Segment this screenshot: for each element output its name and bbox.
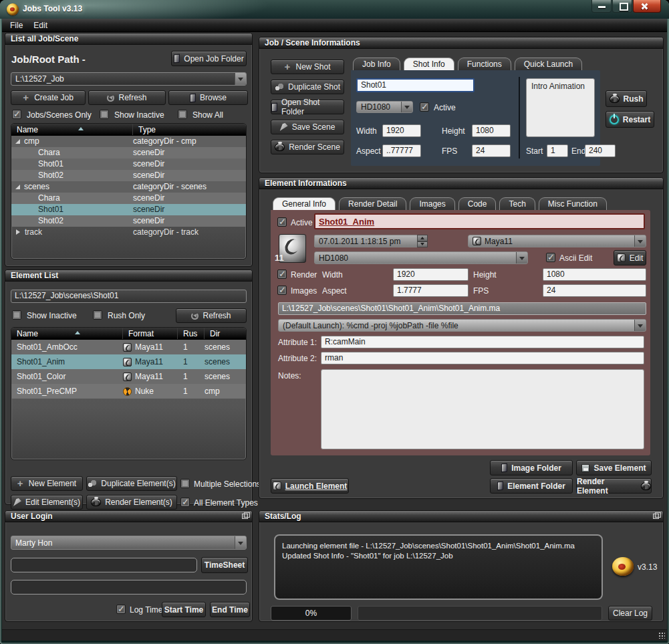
menu-file[interactable]: File [10, 21, 23, 30]
show-all-checkbox[interactable] [178, 110, 187, 119]
close-button[interactable] [633, 0, 661, 13]
duplicate-elements-button[interactable]: Duplicate Element(s) [86, 476, 177, 491]
open-job-folder-button[interactable]: Open Job Folder [171, 51, 247, 66]
column-name[interactable]: Name [11, 328, 123, 339]
tree-row[interactable]: Chara sceneDir [11, 193, 246, 204]
jobs-scenes-only-checkbox[interactable] [12, 110, 21, 119]
multiple-selections-checkbox[interactable] [180, 479, 190, 488]
tab-code[interactable]: Code [458, 197, 497, 211]
element-folder-button[interactable]: Element Folder [490, 478, 573, 494]
image-folder-button[interactable]: Image Folder [490, 460, 573, 475]
tree-row[interactable]: scenes categoryDir - scenes [11, 181, 246, 193]
render-elements-button[interactable]: Render Element(s) [86, 495, 177, 510]
restart-button[interactable]: Restart [606, 111, 654, 128]
refresh-elements-button[interactable]: Refresh [176, 308, 247, 323]
element-app-dropdown[interactable]: Maya11 [468, 235, 646, 247]
images-checkbox[interactable] [277, 286, 287, 295]
start-time-button[interactable]: Start Time [162, 602, 206, 617]
tab-images[interactable]: Images [410, 197, 454, 211]
clear-log-button[interactable]: Clear Log [608, 606, 652, 621]
column-name[interactable]: Name [11, 124, 133, 135]
save-element-button[interactable]: Save Element [576, 460, 652, 475]
shot-height-field[interactable]: 1080 [472, 124, 511, 137]
element-file-path[interactable]: L:\12527_Job\scenes\Shot01\Shot01_Anim\S… [278, 302, 646, 315]
tree-row[interactable]: track categoryDir - track [11, 227, 246, 238]
rush-only-checkbox[interactable] [93, 310, 102, 320]
log-output[interactable]: Launching element file - L:\12527_Job\sc… [274, 534, 603, 600]
shot-fps-field[interactable]: 24 [472, 144, 511, 157]
tree-row[interactable]: cmp categoryDir - cmp [11, 136, 246, 147]
element-row[interactable]: Shot01_PreCMP Nuke 1 cmp [11, 384, 246, 399]
shot-description-textarea[interactable]: Intro Animation [526, 78, 595, 137]
element-row-selected[interactable]: Shot01_Anim Maya11 1 scenes [11, 354, 246, 369]
menu-edit[interactable]: Edit [33, 21, 47, 30]
tab-job-info[interactable]: Job Info [353, 58, 400, 71]
column-rus[interactable]: Rus [178, 328, 205, 339]
attribute2-field[interactable]: rman [321, 352, 644, 364]
log-time-checkbox[interactable] [116, 605, 126, 614]
chevron-down-icon[interactable] [235, 73, 246, 85]
open-shot-folder-button[interactable]: Open Shot Folder [271, 100, 344, 114]
shot-start-field[interactable]: 1 [547, 144, 568, 157]
el-aspect-field[interactable]: 1.7777 [393, 284, 469, 297]
chevron-down-icon[interactable] [634, 235, 646, 247]
float-panel-icon[interactable] [653, 514, 659, 519]
tree-row[interactable]: Shot01 sceneDir [11, 158, 246, 170]
shot-width-field[interactable]: 1920 [382, 124, 421, 137]
title-bar[interactable]: Jobs Tool v3.13 [0, 0, 669, 19]
render-checkbox[interactable] [277, 270, 287, 279]
timesheet-button[interactable]: TimeSheet [201, 557, 248, 573]
refresh-jobs-button[interactable]: Refresh [88, 90, 166, 105]
column-dir[interactable]: Dir [205, 328, 246, 339]
edit-elements-button[interactable]: Edit Element(s) [11, 495, 83, 510]
tab-tech[interactable]: Tech [499, 197, 535, 211]
float-panel-icon[interactable] [242, 514, 248, 519]
expander-open-icon[interactable] [15, 139, 20, 144]
ascii-edit-checkbox[interactable] [546, 253, 555, 262]
new-shot-button[interactable]: New Shot [271, 60, 344, 74]
shot-name-field[interactable]: Shot01 [356, 78, 475, 92]
create-job-button[interactable]: Create Job [11, 90, 86, 105]
attribute1-field[interactable]: R:camMain [321, 336, 644, 348]
chevron-down-icon[interactable] [235, 536, 246, 549]
element-table-header[interactable]: Name Format Rus Dir [11, 328, 246, 340]
tab-misc-function[interactable]: Misc Function [539, 197, 607, 211]
edit-button[interactable]: Edit [614, 250, 646, 265]
tree-row-selected[interactable]: Shot01 sceneDir [11, 204, 246, 215]
el-show-inactive-checkbox[interactable] [12, 310, 21, 320]
notes-textarea[interactable] [321, 369, 644, 449]
expander-open-icon[interactable] [15, 185, 20, 189]
el-height-field[interactable]: 1080 [543, 268, 646, 281]
expander-closed-icon[interactable] [16, 229, 20, 235]
login-status-field[interactable] [11, 580, 247, 595]
job-tree-header[interactable]: Name Type [11, 124, 246, 136]
element-name-link[interactable]: Shot01_Anim [314, 213, 645, 229]
resize-grip[interactable] [658, 632, 665, 639]
column-format[interactable]: Format [123, 328, 178, 339]
user-dropdown[interactable]: Marty Hon [11, 536, 247, 550]
tab-functions[interactable]: Functions [458, 58, 511, 71]
tab-quick-launch[interactable]: Quick Launch [515, 58, 582, 71]
element-datetime-field[interactable]: 07.01.2011 1:18:15 pm [314, 235, 428, 247]
tree-row[interactable]: Chara sceneDir [11, 147, 246, 158]
element-row[interactable]: Shot01_Color Maya11 1 scenes [11, 369, 246, 384]
minimize-button[interactable] [591, 0, 612, 13]
chevron-down-icon[interactable] [634, 320, 646, 331]
column-type[interactable]: Type [133, 124, 246, 135]
element-path-field[interactable]: L:\12527_Job\scenes\Shot01 [11, 290, 247, 303]
browse-button[interactable]: Browse [168, 90, 248, 105]
end-time-button[interactable]: End Time [210, 602, 250, 617]
element-row[interactable]: Shot01_AmbOcc Maya11 1 scenes [11, 340, 246, 354]
shot-end-field[interactable]: 240 [585, 144, 616, 157]
launch-element-button[interactable]: Launch Element [271, 478, 349, 494]
chevron-down-icon[interactable] [516, 252, 527, 263]
rush-button[interactable]: Rush [606, 90, 647, 107]
shot-format-dropdown[interactable]: HD1080 [356, 101, 413, 113]
job-path-dropdown[interactable]: L:\12527_Job [11, 72, 247, 86]
render-element-button[interactable]: Render Element [576, 478, 652, 494]
tab-shot-info[interactable]: Shot Info [404, 58, 454, 71]
save-scene-button[interactable]: Save Scene [271, 120, 344, 134]
render-scene-button[interactable]: Render Scene [271, 140, 344, 154]
show-inactive-checkbox[interactable] [100, 110, 109, 119]
maximize-button[interactable] [612, 0, 632, 13]
